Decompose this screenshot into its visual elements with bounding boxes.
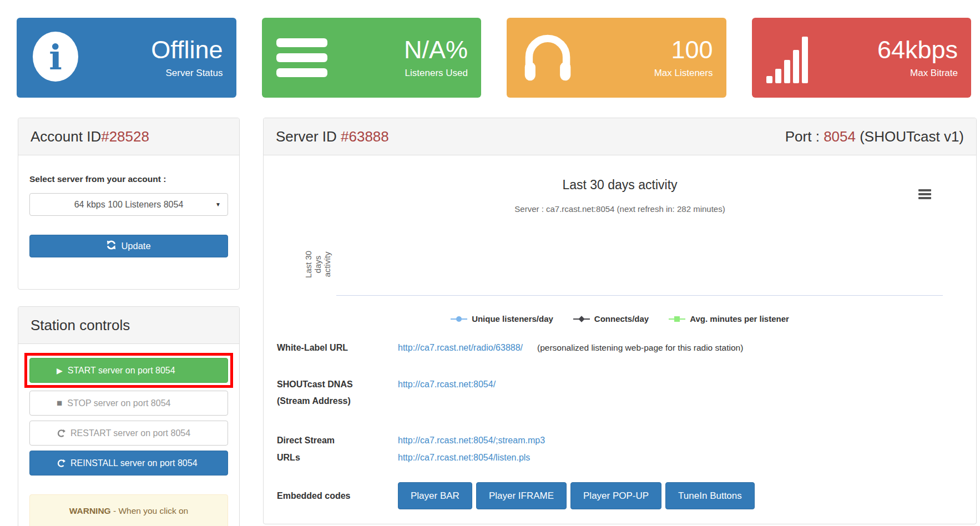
warning-text: - When you click on: [111, 506, 189, 515]
warning-bold-text: WARNING: [69, 506, 111, 515]
restart-server-button[interactable]: RESTART server on port 8054: [29, 421, 228, 446]
stat-cards-row: i Offline Server Status N/A% Listeners U…: [17, 18, 971, 98]
direct-stream-label-line2: URLs: [277, 449, 398, 466]
white-label-url-link[interactable]: http://ca7.rcast.net/radio/63888/: [398, 343, 523, 353]
y-axis-line1: Last 30: [304, 231, 313, 298]
legend-marker-diamond-icon: [573, 316, 590, 322]
stat-card-server-status: i Offline Server Status: [17, 18, 236, 98]
account-title-text: Account ID: [31, 128, 101, 145]
direct-stream-row: Direct Stream URLs http://ca7.rcast.net:…: [277, 432, 963, 466]
station-controls-panel: Station controls ▶ START server on port …: [18, 306, 240, 526]
account-panel: Account ID #28528 Select server from you…: [18, 118, 240, 290]
signal-bars-icon: [766, 32, 808, 83]
stop-icon: ■: [57, 398, 62, 408]
list-icon: [276, 32, 327, 83]
server-panel-title: Server ID #63888: [276, 128, 389, 145]
max-bitrate-label: Max Bitrate: [877, 68, 958, 79]
player-bar-button[interactable]: Player BAR: [398, 482, 472, 509]
start-button-label: START server on port 8054: [68, 366, 175, 376]
legend-item-connects[interactable]: Connects/day: [573, 314, 649, 323]
start-server-button[interactable]: ▶ START server on port 8054: [29, 358, 228, 383]
info-circle-icon: i: [31, 32, 80, 84]
reinstall-icon: [57, 459, 65, 468]
legend-label: Connects/day: [594, 314, 649, 323]
chart-subtitle: Server : ca7.rcast.net:8054 (next refres…: [264, 204, 976, 214]
stat-card-max-bitrate: 64kbps Max Bitrate: [752, 18, 972, 98]
svg-text:i: i: [49, 37, 62, 78]
direct-stream-pls-link[interactable]: http://ca7.rcast.net:8054/listen.pls: [398, 453, 530, 462]
account-panel-title: Account ID #28528: [18, 118, 239, 155]
max-bitrate-value: 64kbps: [877, 37, 958, 63]
legend-label: Unique listeners/day: [472, 314, 553, 323]
play-icon: ▶: [57, 366, 63, 375]
legend-marker-circle-icon: [451, 316, 467, 322]
legend-item-unique-listeners[interactable]: Unique listeners/day: [451, 314, 553, 323]
dnas-url-link[interactable]: http://ca7.rcast.net:8054/: [398, 380, 496, 389]
dnas-label-line1: SHOUTcast DNAS: [277, 376, 398, 393]
port-suffix: (SHOUTcast v1): [856, 128, 964, 145]
restart-button-label: RESTART server on port 8054: [70, 428, 190, 438]
dnas-label-line2: (Stream Address): [277, 393, 398, 409]
player-popup-button[interactable]: Player POP-UP: [570, 482, 661, 509]
listeners-used-value: N/A%: [404, 37, 468, 63]
tunein-buttons-button[interactable]: TuneIn Buttons: [665, 482, 755, 509]
server-panel: Server ID #63888 Port : 8054 (SHOUTcast …: [263, 118, 977, 524]
station-controls-title: Station controls: [18, 307, 239, 344]
server-select[interactable]: 64 kbps 100 Listeners 8054 ▼: [29, 193, 228, 216]
legend-label: Avg. minutes per listener: [690, 314, 789, 323]
stat-card-listeners-used: N/A% Listeners Used: [262, 18, 482, 98]
port-number: 8054: [824, 128, 856, 145]
y-axis-line2: days: [313, 231, 322, 298]
white-label-row: White-Label URL http://ca7.rcast.net/rad…: [277, 343, 963, 353]
reinstall-server-button[interactable]: REINSTALL server on port 8054: [29, 451, 228, 476]
activity-chart: Last 30 days activity Server : ca7.rcast…: [264, 155, 976, 342]
legend-marker-square-icon: [669, 316, 685, 322]
port-label: Port :: [785, 128, 824, 145]
stat-card-max-listeners: 100 Max Listeners: [507, 18, 726, 98]
server-status-value: Offline: [151, 37, 223, 63]
start-button-highlight-annotation: ▶ START server on port 8054: [24, 353, 233, 388]
player-iframe-button[interactable]: Player IFRAME: [476, 482, 567, 509]
server-status-label: Server Status: [151, 68, 223, 79]
chart-context-menu-icon[interactable]: [917, 186, 933, 203]
listeners-used-label: Listeners Used: [404, 68, 468, 79]
direct-stream-mp3-link[interactable]: http://ca7.rcast.net:8054/;stream.mp3: [398, 436, 545, 445]
stop-button-label: STOP server on port 8054: [67, 398, 170, 408]
max-listeners-value: 100: [654, 37, 713, 63]
direct-stream-label-line1: Direct Stream: [277, 432, 398, 449]
update-button[interactable]: Update: [29, 235, 228, 257]
legend-item-avg-minutes[interactable]: Avg. minutes per listener: [669, 314, 789, 323]
max-listeners-label: Max Listeners: [654, 68, 713, 79]
shoutcast-dnas-row: SHOUTcast DNAS (Stream Address) http://c…: [277, 376, 963, 409]
refresh-icon: [107, 240, 116, 252]
chevron-down-icon: ▼: [215, 201, 221, 208]
y-axis-line3: activity: [322, 231, 332, 298]
chart-title: Last 30 days activity: [264, 178, 976, 193]
white-label-note: (personalized listening web-page for thi…: [537, 343, 743, 353]
account-id: #28528: [101, 128, 149, 145]
update-button-label: Update: [121, 241, 150, 251]
direct-stream-label: Direct Stream URLs: [277, 432, 398, 466]
restart-icon: [57, 429, 65, 438]
chart-legend: Unique listeners/day Connects/day Avg. m…: [264, 314, 976, 323]
chart-y-axis-label: Last 30 days activity: [304, 231, 332, 298]
white-label-url-label: White-Label URL: [277, 343, 398, 353]
reinstall-button-label: REINSTALL server on port 8054: [70, 458, 198, 468]
dnas-label: SHOUTcast DNAS (Stream Address): [277, 376, 398, 409]
embedded-codes-label: Embedded codes: [277, 491, 398, 501]
server-select-value: 64 kbps 100 Listeners 8054: [74, 200, 184, 210]
stop-server-button[interactable]: ■ STOP server on port 8054: [29, 391, 228, 416]
server-title-text: Server ID: [276, 128, 341, 145]
select-server-label: Select server from your account :: [29, 174, 228, 184]
embedded-codes-row: Embedded codes Player BAR Player IFRAME …: [277, 482, 963, 509]
warning-box: WARNING - When you click on: [29, 494, 228, 526]
chart-x-axis-line: [336, 295, 943, 296]
server-id: #63888: [341, 128, 389, 145]
server-port-info: Port : 8054 (SHOUTcast v1): [785, 128, 964, 145]
headphones-icon: [521, 31, 574, 84]
